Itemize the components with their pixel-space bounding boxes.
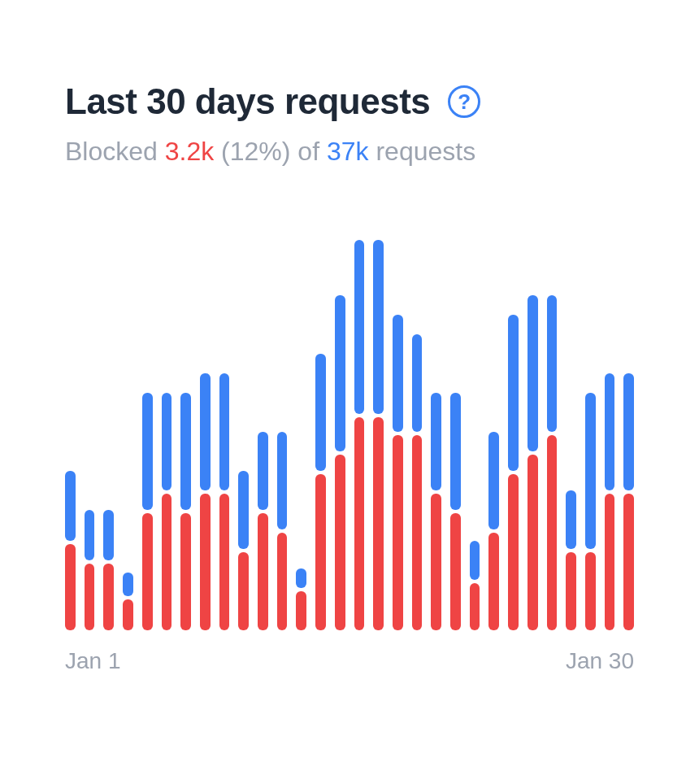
bar-segment-blocked — [488, 533, 499, 630]
bar-segment-blocked — [450, 513, 461, 630]
bar-segment-allowed — [585, 393, 596, 549]
bar-segment-blocked — [566, 552, 576, 630]
chart-bar — [335, 240, 345, 630]
bar-segment-blocked — [585, 552, 596, 630]
card-header: Last 30 days requests ? — [65, 81, 634, 122]
bar-segment-allowed — [547, 295, 558, 432]
chart-bar — [277, 240, 288, 630]
blocked-count: 3.2k — [165, 137, 214, 166]
bar-segment-allowed — [162, 393, 172, 490]
bar-segment-blocked — [623, 494, 634, 630]
requests-chart — [65, 240, 634, 630]
bar-segment-allowed — [623, 373, 634, 490]
chart-bar — [296, 240, 306, 630]
bar-segment-blocked — [528, 455, 538, 630]
bar-segment-blocked — [412, 435, 423, 630]
chart-bar — [508, 240, 519, 630]
bar-segment-allowed — [219, 373, 230, 490]
chart-bar — [412, 240, 423, 630]
chart-bar — [65, 240, 76, 630]
bar-segment-blocked — [142, 513, 153, 630]
bar-segment-blocked — [547, 435, 558, 630]
bar-segment-allowed — [103, 510, 114, 560]
bar-segment-allowed — [470, 541, 480, 580]
bar-segment-blocked — [180, 513, 191, 630]
bar-segment-allowed — [605, 373, 615, 490]
bar-segment-blocked — [354, 417, 365, 630]
bar-segment-blocked — [258, 513, 268, 630]
bar-segment-allowed — [258, 432, 268, 510]
bar-segment-allowed — [65, 471, 76, 541]
bar-segment-allowed — [373, 240, 384, 414]
bar-segment-allowed — [354, 240, 365, 414]
chart-bar — [315, 240, 326, 630]
axis-start-label: Jan 1 — [65, 648, 121, 674]
chart-bar — [219, 240, 230, 630]
chart-bar — [238, 240, 249, 630]
bar-segment-blocked — [238, 552, 249, 630]
bar-segment-allowed — [296, 568, 306, 588]
subtitle-suffix: requests — [369, 137, 476, 166]
bar-segment-allowed — [180, 393, 191, 510]
chart-bar — [566, 240, 576, 630]
chart-bar — [162, 240, 172, 630]
bar-segment-allowed — [508, 315, 519, 471]
bar-segment-allowed — [566, 490, 576, 549]
bar-segment-allowed — [200, 373, 211, 490]
chart-bar — [431, 240, 441, 630]
chart-bar — [354, 240, 365, 630]
bar-segment-allowed — [238, 471, 249, 549]
bar-segment-blocked — [470, 583, 480, 630]
bar-segment-blocked — [277, 533, 288, 630]
chart-x-axis: Jan 1 Jan 30 — [65, 648, 634, 674]
chart-bar — [103, 240, 114, 630]
chart-bar — [547, 240, 558, 630]
bar-segment-allowed — [142, 393, 153, 510]
bar-segment-blocked — [219, 494, 230, 630]
help-icon-glyph: ? — [458, 91, 471, 112]
chart-bar — [470, 240, 480, 630]
help-icon[interactable]: ? — [448, 85, 480, 118]
chart-bar — [180, 240, 191, 630]
bar-segment-allowed — [488, 432, 499, 529]
chart-bar — [85, 240, 95, 630]
bar-segment-allowed — [277, 432, 288, 529]
bar-segment-allowed — [431, 393, 441, 490]
chart-bars — [65, 240, 634, 630]
bar-segment-blocked — [296, 591, 306, 630]
bar-segment-allowed — [528, 295, 538, 451]
bar-segment-allowed — [85, 510, 95, 560]
total-count: 37k — [327, 137, 369, 166]
bar-segment-allowed — [123, 573, 133, 596]
bar-segment-blocked — [123, 599, 133, 630]
bar-segment-blocked — [508, 474, 519, 630]
bar-segment-allowed — [315, 354, 326, 471]
chart-bar — [450, 240, 461, 630]
chart-bar — [623, 240, 634, 630]
chart-bar — [142, 240, 153, 630]
bar-segment-blocked — [373, 417, 384, 630]
subtitle-percent: (12%) of — [214, 137, 327, 166]
bar-segment-blocked — [162, 494, 172, 630]
chart-bar — [605, 240, 615, 630]
card-title: Last 30 days requests — [65, 81, 430, 122]
bar-segment-blocked — [85, 564, 95, 630]
bar-segment-blocked — [393, 435, 403, 630]
bar-segment-allowed — [450, 393, 461, 510]
bar-segment-allowed — [335, 295, 345, 451]
card-subtitle: Blocked 3.2k (12%) of 37k requests — [65, 137, 634, 167]
chart-bar — [373, 240, 384, 630]
bar-segment-allowed — [393, 315, 403, 432]
axis-end-label: Jan 30 — [566, 648, 634, 674]
chart-bar — [488, 240, 499, 630]
chart-bar — [528, 240, 538, 630]
bar-segment-blocked — [65, 544, 76, 630]
bar-segment-blocked — [103, 564, 114, 630]
chart-bar — [258, 240, 268, 630]
chart-bar — [123, 240, 133, 630]
chart-bar — [585, 240, 596, 630]
chart-bar — [200, 240, 211, 630]
bar-segment-allowed — [412, 334, 423, 432]
bar-segment-blocked — [605, 494, 615, 630]
chart-bar — [393, 240, 403, 630]
